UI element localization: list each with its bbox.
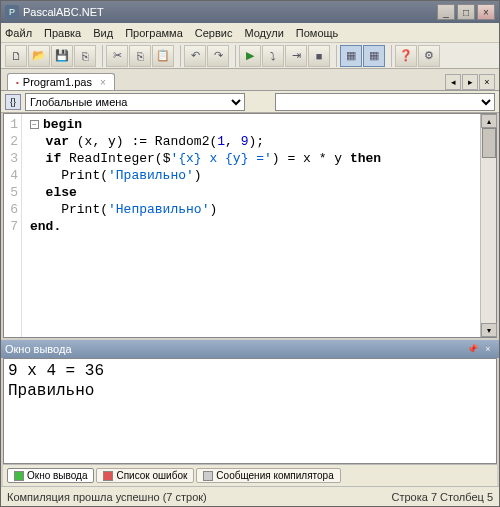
panel-pin-icon[interactable]: 📌 — [465, 343, 479, 355]
output-line: 9 x 4 = 36 — [8, 362, 104, 380]
help-icon[interactable]: ❓ — [395, 45, 417, 67]
maximize-button[interactable]: □ — [457, 4, 475, 20]
menu-file[interactable]: Файл — [5, 27, 32, 39]
output-panel[interactable]: 9 x 4 = 36 Правильно — [3, 358, 497, 464]
tab-close-icon[interactable]: × — [100, 77, 106, 88]
tab-prev-icon[interactable]: ◂ — [445, 74, 461, 90]
tab-close-all-icon[interactable]: × — [479, 74, 495, 90]
redo-icon[interactable]: ↷ — [207, 45, 229, 67]
fold-icon[interactable]: − — [30, 120, 39, 129]
step-into-icon[interactable]: ⇥ — [285, 45, 307, 67]
scope-bar: {} Глобальные имена — [1, 91, 499, 113]
close-button[interactable]: × — [477, 4, 495, 20]
line-gutter: 1234567 — [4, 114, 22, 337]
undo-icon[interactable]: ↶ — [184, 45, 206, 67]
bottom-tabbar: Окно вывода Список ошибок Сообщения комп… — [3, 464, 497, 486]
open-file-icon[interactable]: 📂 — [28, 45, 50, 67]
mode2-icon[interactable]: ▦ — [363, 45, 385, 67]
menu-help[interactable]: Помощь — [296, 27, 339, 39]
run-icon[interactable]: ▶ — [239, 45, 261, 67]
settings-icon[interactable]: ⚙ — [418, 45, 440, 67]
menu-modules[interactable]: Модули — [244, 27, 283, 39]
mode1-icon[interactable]: ▦ — [340, 45, 362, 67]
output-panel-title: Окно вывода 📌 × — [1, 340, 499, 358]
code-editor[interactable]: 1234567 −begin var (x, y) := Random2(1, … — [3, 113, 497, 338]
panel-close-icon[interactable]: × — [481, 343, 495, 355]
window-title: PascalABC.NET — [23, 6, 104, 18]
paste-icon[interactable]: 📋 — [152, 45, 174, 67]
status-compile: Компиляция прошла успешно (7 строк) — [7, 491, 207, 503]
tab-label: Program1.pas — [23, 76, 92, 88]
scope-select[interactable]: Глобальные имена — [25, 93, 245, 111]
code-area[interactable]: −begin var (x, y) := Random2(1, 9); if R… — [22, 114, 496, 337]
modified-indicator-icon: • — [16, 78, 19, 87]
output-line: Правильно — [8, 382, 94, 400]
scroll-down-icon[interactable]: ▾ — [481, 323, 497, 337]
menu-service[interactable]: Сервис — [195, 27, 233, 39]
errors-tab-icon — [103, 471, 113, 481]
menu-bar: Файл Правка Вид Программа Сервис Модули … — [1, 23, 499, 43]
editor-scrollbar[interactable]: ▴ ▾ — [480, 114, 496, 337]
tab-program1[interactable]: • Program1.pas × — [7, 73, 115, 90]
member-select[interactable] — [275, 93, 495, 111]
scope-icon: {} — [5, 94, 21, 110]
menu-edit[interactable]: Правка — [44, 27, 81, 39]
cut-icon[interactable]: ✂ — [106, 45, 128, 67]
output-tab-icon — [14, 471, 24, 481]
new-file-icon[interactable]: 🗋 — [5, 45, 27, 67]
tab-next-icon[interactable]: ▸ — [462, 74, 478, 90]
messages-tab-icon — [203, 471, 213, 481]
window-titlebar: P PascalABC.NET _ □ × — [1, 1, 499, 23]
scroll-thumb[interactable] — [482, 128, 496, 158]
toolbar: 🗋 📂 💾 ⎘ ✂ ⎘ 📋 ↶ ↷ ▶ ⤵ ⇥ ■ ▦ ▦ ❓ ⚙ — [1, 43, 499, 69]
menu-view[interactable]: Вид — [93, 27, 113, 39]
editor-tabbar: • Program1.pas × ◂ ▸ × — [1, 69, 499, 91]
status-cursor: Строка 7 Столбец 5 — [391, 491, 493, 503]
step-over-icon[interactable]: ⤵ — [262, 45, 284, 67]
copy-icon[interactable]: ⎘ — [129, 45, 151, 67]
scroll-up-icon[interactable]: ▴ — [481, 114, 497, 128]
minimize-button[interactable]: _ — [437, 4, 455, 20]
app-icon: P — [5, 5, 19, 19]
tab-errors[interactable]: Список ошибок — [96, 468, 194, 483]
save-all-icon[interactable]: ⎘ — [74, 45, 96, 67]
menu-program[interactable]: Программа — [125, 27, 183, 39]
tab-output[interactable]: Окно вывода — [7, 468, 94, 483]
status-bar: Компиляция прошла успешно (7 строк) Стро… — [1, 486, 499, 506]
save-icon[interactable]: 💾 — [51, 45, 73, 67]
stop-icon[interactable]: ■ — [308, 45, 330, 67]
tab-messages[interactable]: Сообщения компилятора — [196, 468, 340, 483]
